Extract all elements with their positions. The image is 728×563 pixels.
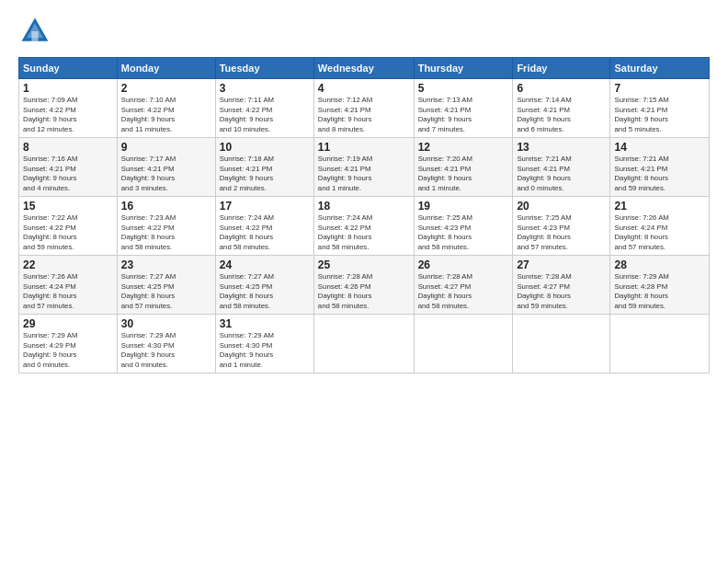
calendar-week-row: 15Sunrise: 7:22 AM Sunset: 4:22 PM Dayli… [19,197,710,256]
day-number: 27 [517,259,606,271]
day-number: 14 [614,141,705,154]
day-info: Sunrise: 7:29 AM Sunset: 4:29 PM Dayligh… [23,331,113,370]
calendar-cell: 28Sunrise: 7:29 AM Sunset: 4:28 PM Dayli… [610,256,710,315]
calendar-cell: 8Sunrise: 7:16 AM Sunset: 4:21 PM Daylig… [19,138,118,197]
svg-rect-2 [31,31,38,41]
day-number: 24 [220,259,310,271]
day-info: Sunrise: 7:25 AM Sunset: 4:23 PM Dayligh… [418,213,509,252]
day-info: Sunrise: 7:26 AM Sunset: 4:24 PM Dayligh… [614,213,705,252]
calendar-week-row: 22Sunrise: 7:26 AM Sunset: 4:24 PM Dayli… [19,256,710,315]
day-info: Sunrise: 7:28 AM Sunset: 4:27 PM Dayligh… [418,272,509,311]
day-info: Sunrise: 7:19 AM Sunset: 4:21 PM Dayligh… [318,155,410,193]
day-number: 26 [418,259,509,271]
day-number: 16 [121,200,211,213]
header [18,15,710,48]
calendar-cell: 30Sunrise: 7:29 AM Sunset: 4:30 PM Dayli… [117,315,215,373]
day-info: Sunrise: 7:29 AM Sunset: 4:28 PM Dayligh… [614,272,705,311]
calendar-cell [610,315,710,373]
day-info: Sunrise: 7:23 AM Sunset: 4:22 PM Dayligh… [121,213,211,252]
day-number: 21 [614,200,705,213]
day-number: 5 [418,82,509,95]
logo [18,15,57,48]
calendar-cell: 23Sunrise: 7:27 AM Sunset: 4:25 PM Dayli… [117,256,215,315]
day-info: Sunrise: 7:29 AM Sunset: 4:30 PM Dayligh… [121,331,211,370]
calendar-cell: 26Sunrise: 7:28 AM Sunset: 4:27 PM Dayli… [414,256,513,315]
day-info: Sunrise: 7:11 AM Sunset: 4:22 PM Dayligh… [220,96,310,134]
calendar-cell: 27Sunrise: 7:28 AM Sunset: 4:27 PM Dayli… [513,256,610,315]
day-info: Sunrise: 7:28 AM Sunset: 4:27 PM Dayligh… [517,272,606,311]
calendar-table: SundayMondayTuesdayWednesdayThursdayFrid… [18,57,710,373]
day-number: 2 [121,82,211,95]
calendar-cell: 29Sunrise: 7:29 AM Sunset: 4:29 PM Dayli… [19,315,118,373]
day-info: Sunrise: 7:28 AM Sunset: 4:26 PM Dayligh… [318,272,410,311]
day-info: Sunrise: 7:09 AM Sunset: 4:22 PM Dayligh… [23,96,113,134]
day-number: 6 [517,82,606,95]
calendar-header-saturday: Saturday [610,58,710,79]
calendar-cell: 25Sunrise: 7:28 AM Sunset: 4:26 PM Dayli… [313,256,414,315]
calendar-cell: 11Sunrise: 7:19 AM Sunset: 4:21 PM Dayli… [313,138,414,197]
day-number: 4 [318,82,410,95]
day-info: Sunrise: 7:22 AM Sunset: 4:22 PM Dayligh… [23,213,113,252]
calendar-header-sunday: Sunday [19,58,118,79]
day-info: Sunrise: 7:15 AM Sunset: 4:21 PM Dayligh… [614,96,705,134]
calendar-cell: 10Sunrise: 7:18 AM Sunset: 4:21 PM Dayli… [215,138,313,197]
calendar-cell: 15Sunrise: 7:22 AM Sunset: 4:22 PM Dayli… [19,197,118,256]
day-number: 13 [517,141,606,154]
calendar-cell: 1Sunrise: 7:09 AM Sunset: 4:22 PM Daylig… [19,79,118,138]
calendar-cell: 18Sunrise: 7:24 AM Sunset: 4:22 PM Dayli… [313,197,414,256]
calendar-week-row: 29Sunrise: 7:29 AM Sunset: 4:29 PM Dayli… [19,315,710,373]
calendar-header-row: SundayMondayTuesdayWednesdayThursdayFrid… [19,58,710,79]
day-number: 10 [220,141,310,154]
calendar-header-tuesday: Tuesday [215,58,313,79]
day-info: Sunrise: 7:25 AM Sunset: 4:23 PM Dayligh… [517,213,606,252]
calendar-header-monday: Monday [117,58,215,79]
day-number: 12 [418,141,509,154]
calendar-cell: 20Sunrise: 7:25 AM Sunset: 4:23 PM Dayli… [513,197,610,256]
calendar-cell: 17Sunrise: 7:24 AM Sunset: 4:22 PM Dayli… [215,197,313,256]
day-info: Sunrise: 7:10 AM Sunset: 4:22 PM Dayligh… [121,96,211,134]
day-number: 22 [23,259,113,271]
day-info: Sunrise: 7:14 AM Sunset: 4:21 PM Dayligh… [517,96,606,134]
calendar-cell: 13Sunrise: 7:21 AM Sunset: 4:21 PM Dayli… [513,138,610,197]
day-info: Sunrise: 7:18 AM Sunset: 4:21 PM Dayligh… [220,155,310,193]
day-info: Sunrise: 7:12 AM Sunset: 4:21 PM Dayligh… [318,96,410,134]
day-number: 18 [318,200,410,213]
day-info: Sunrise: 7:29 AM Sunset: 4:30 PM Dayligh… [220,331,310,370]
calendar-cell: 4Sunrise: 7:12 AM Sunset: 4:21 PM Daylig… [313,79,414,138]
calendar-cell: 3Sunrise: 7:11 AM Sunset: 4:22 PM Daylig… [215,79,313,138]
calendar-cell: 6Sunrise: 7:14 AM Sunset: 4:21 PM Daylig… [513,79,610,138]
logo-icon [18,15,51,48]
calendar-header-thursday: Thursday [414,58,513,79]
day-number: 23 [121,259,211,271]
calendar-cell [313,315,414,373]
day-number: 9 [121,141,211,154]
day-info: Sunrise: 7:24 AM Sunset: 4:22 PM Dayligh… [220,213,310,252]
day-number: 28 [614,259,705,271]
day-info: Sunrise: 7:21 AM Sunset: 4:21 PM Dayligh… [614,155,705,193]
day-number: 19 [418,200,509,213]
calendar-cell: 21Sunrise: 7:26 AM Sunset: 4:24 PM Dayli… [610,197,710,256]
day-info: Sunrise: 7:26 AM Sunset: 4:24 PM Dayligh… [23,272,113,311]
calendar-cell: 7Sunrise: 7:15 AM Sunset: 4:21 PM Daylig… [610,79,710,138]
calendar-week-row: 1Sunrise: 7:09 AM Sunset: 4:22 PM Daylig… [19,79,710,138]
calendar-cell: 2Sunrise: 7:10 AM Sunset: 4:22 PM Daylig… [117,79,215,138]
day-number: 7 [614,82,705,95]
day-number: 17 [220,200,310,213]
calendar-cell [513,315,610,373]
day-info: Sunrise: 7:20 AM Sunset: 4:21 PM Dayligh… [418,155,509,193]
day-info: Sunrise: 7:27 AM Sunset: 4:25 PM Dayligh… [220,272,310,311]
calendar-header-wednesday: Wednesday [313,58,414,79]
calendar-cell: 14Sunrise: 7:21 AM Sunset: 4:21 PM Dayli… [610,138,710,197]
day-number: 3 [220,82,310,95]
day-number: 30 [121,317,211,330]
day-info: Sunrise: 7:16 AM Sunset: 4:21 PM Dayligh… [23,155,113,193]
calendar-cell: 22Sunrise: 7:26 AM Sunset: 4:24 PM Dayli… [19,256,118,315]
calendar-cell: 24Sunrise: 7:27 AM Sunset: 4:25 PM Dayli… [215,256,313,315]
day-info: Sunrise: 7:17 AM Sunset: 4:21 PM Dayligh… [121,155,211,193]
calendar-cell: 16Sunrise: 7:23 AM Sunset: 4:22 PM Dayli… [117,197,215,256]
calendar-cell: 12Sunrise: 7:20 AM Sunset: 4:21 PM Dayli… [414,138,513,197]
day-number: 20 [517,200,606,213]
calendar-week-row: 8Sunrise: 7:16 AM Sunset: 4:21 PM Daylig… [19,138,710,197]
calendar-cell: 31Sunrise: 7:29 AM Sunset: 4:30 PM Dayli… [215,315,313,373]
calendar-cell [414,315,513,373]
